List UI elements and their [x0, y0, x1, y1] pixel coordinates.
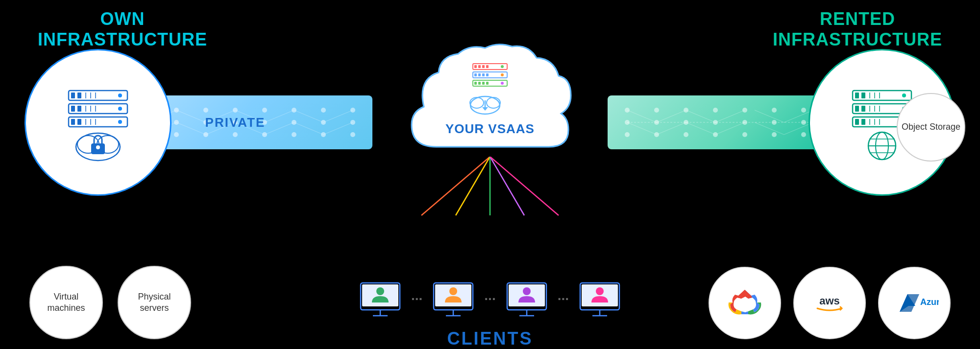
- svg-line-41: [294, 122, 323, 135]
- dots-separator-2: ···: [484, 291, 495, 307]
- svg-point-107: [118, 107, 122, 111]
- vsaas-cloud: YOUR VSAAS: [397, 39, 583, 176]
- svg-point-61: [625, 132, 630, 137]
- svg-rect-158: [861, 119, 865, 125]
- svg-rect-135: [482, 82, 485, 85]
- svg-rect-110: [77, 119, 81, 125]
- own-infrastructure-title: OWN INFRASTRUCTURE: [29, 9, 216, 50]
- dots-separator-3: ···: [558, 291, 569, 307]
- svg-point-119: [96, 145, 100, 149]
- physical-servers-bubble: Physical servers: [118, 266, 191, 339]
- svg-line-83: [657, 122, 686, 135]
- svg-rect-129: [482, 73, 485, 76]
- svg-line-81: [715, 110, 745, 122]
- svg-point-137: [501, 82, 504, 85]
- client-computer-1: [358, 280, 402, 325]
- svg-line-85: [715, 122, 745, 135]
- server-lock-icon: [59, 83, 137, 162]
- client-computer-2: [431, 280, 475, 325]
- svg-point-46: [713, 108, 718, 113]
- svg-rect-151: [861, 106, 865, 112]
- svg-line-29: [176, 110, 206, 122]
- azure-icon: Azure: [890, 288, 939, 318]
- virtual-machines-bubble: Virtual machines: [29, 266, 103, 339]
- svg-rect-121: [474, 65, 477, 68]
- svg-line-79: [657, 110, 686, 122]
- svg-point-22: [233, 132, 238, 137]
- google-cloud-bubble: [709, 267, 781, 339]
- svg-point-49: [801, 108, 806, 113]
- clients-section: ··· ···: [368, 280, 612, 349]
- diagram-container: OWN INFRASTRUCTURE RENTED INFRASTRUCTURE: [0, 0, 980, 349]
- svg-point-20: [174, 132, 179, 137]
- svg-rect-133: [474, 82, 477, 85]
- svg-point-67: [801, 132, 806, 137]
- svg-point-48: [772, 108, 777, 113]
- svg-rect-95: [71, 93, 75, 98]
- own-infrastructure-circle: [24, 49, 172, 196]
- client-computer-3: [505, 280, 549, 325]
- svg-line-86: [755, 110, 784, 122]
- svg-rect-150: [855, 106, 859, 112]
- object-storage-label: Object Storage: [902, 121, 960, 133]
- svg-line-37: [176, 122, 206, 135]
- svg-point-180: [449, 287, 457, 295]
- svg-point-148: [902, 93, 906, 97]
- cloud-svg: YOUR VSAAS: [397, 39, 583, 176]
- svg-point-24: [292, 132, 296, 137]
- svg-point-114: [118, 120, 122, 124]
- svg-rect-157: [855, 119, 859, 125]
- svg-line-80: [686, 110, 715, 122]
- client-computer-4: [578, 280, 622, 325]
- svg-line-42: [323, 122, 353, 135]
- rented-title-line1: RENTED: [764, 9, 951, 29]
- svg-point-26: [350, 132, 355, 137]
- svg-point-7: [321, 108, 326, 113]
- svg-text:Azure: Azure: [920, 297, 939, 307]
- svg-rect-96: [77, 93, 81, 98]
- svg-point-131: [501, 73, 504, 76]
- server-labels: Virtual machines Physical servers: [29, 266, 191, 339]
- svg-point-44: [654, 108, 659, 113]
- svg-rect-109: [71, 119, 75, 125]
- object-storage-bubble: Object Storage: [897, 93, 965, 162]
- svg-point-63: [684, 132, 688, 137]
- svg-line-33: [294, 110, 323, 122]
- cloud-shape: YOUR VSAAS: [397, 39, 583, 176]
- svg-rect-124: [486, 65, 489, 68]
- svg-point-3: [203, 108, 208, 113]
- rented-infrastructure-title: RENTED INFRASTRUCTURE: [764, 9, 951, 50]
- svg-rect-127: [474, 73, 477, 76]
- svg-line-40: [265, 122, 294, 135]
- svg-point-5: [262, 108, 267, 113]
- dots-separator-1: ···: [411, 291, 422, 307]
- svg-point-185: [523, 287, 531, 295]
- rented-title-line2: INFRASTRUCTURE: [764, 29, 951, 50]
- svg-line-90: [755, 122, 784, 135]
- svg-rect-128: [478, 73, 481, 76]
- svg-line-32: [265, 110, 294, 122]
- svg-point-65: [742, 132, 747, 137]
- own-title-line1: OWN: [29, 9, 216, 29]
- svg-point-175: [376, 287, 384, 295]
- svg-point-190: [596, 287, 604, 295]
- google-cloud-icon: [723, 281, 767, 325]
- cloud-providers: aws Azure: [709, 267, 951, 339]
- svg-point-66: [772, 132, 777, 137]
- svg-text:aws: aws: [819, 295, 840, 307]
- clients-label: CLIENTS: [368, 328, 612, 349]
- svg-rect-102: [71, 106, 75, 112]
- svg-line-34: [323, 110, 353, 122]
- svg-rect-122: [478, 65, 481, 68]
- aws-icon: aws: [808, 291, 852, 315]
- client-item-2: [431, 280, 475, 325]
- svg-rect-130: [486, 73, 489, 76]
- svg-rect-123: [482, 65, 485, 68]
- svg-line-84: [686, 122, 715, 135]
- svg-point-100: [118, 93, 122, 97]
- svg-text:YOUR VSAAS: YOUR VSAAS: [445, 121, 535, 136]
- client-item-1: [358, 280, 402, 325]
- client-item-3: [505, 280, 549, 325]
- aws-bubble: aws: [793, 267, 866, 339]
- svg-rect-134: [478, 82, 481, 85]
